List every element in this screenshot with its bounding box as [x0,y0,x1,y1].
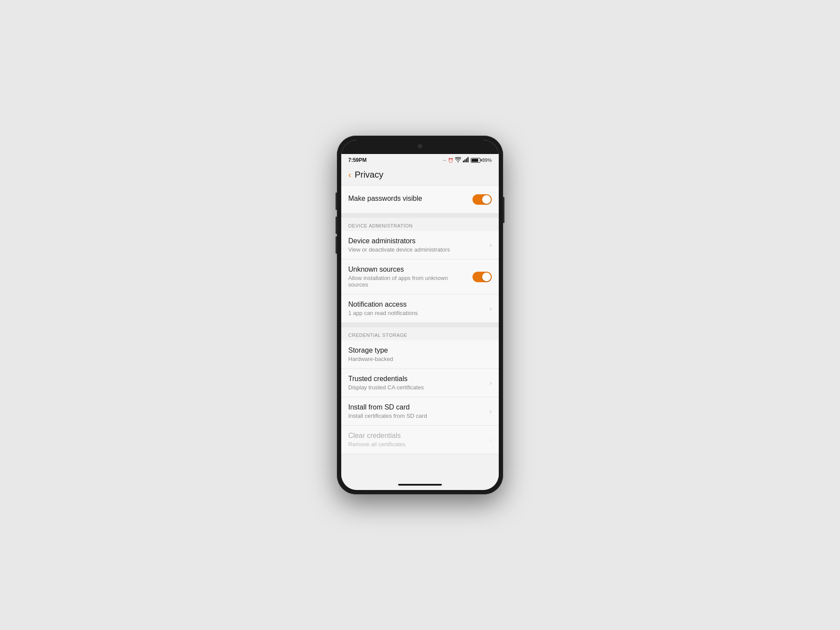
notch-bar [341,140,499,154]
divider-1 [341,214,499,218]
device-admin-header: DEVICE ADMINISTRATION [341,218,499,231]
battery-icon [471,158,480,163]
notification-access-subtitle: 1 app can read notifications [348,310,486,316]
trusted-credentials-subtitle: Display trusted CA certificates [348,384,486,391]
clear-credentials-subtitle: Remove all certificates [348,441,486,448]
bottom-bar [341,480,499,490]
toggle-knob [482,195,491,204]
back-button[interactable]: ‹ [348,170,351,180]
make-passwords-toggle[interactable] [472,194,492,205]
status-time: 7:59PM [348,157,367,163]
trusted-credentials-item[interactable]: Trusted credentials Display trusted CA c… [341,369,499,397]
toggle-knob-2 [482,273,491,281]
chevron-icon-4: › [490,408,492,415]
device-administrators-item[interactable]: Device administrators View or deactivate… [341,231,499,259]
make-passwords-title: Make passwords visible [348,195,468,203]
chevron-icon-3: › [490,379,492,386]
unknown-sources-item[interactable]: Unknown sources Allow installation of ap… [341,259,499,294]
clear-credentials-title: Clear credentials [348,432,486,440]
section-make-passwords: Make passwords visible [341,186,499,214]
trusted-credentials-title: Trusted credentials [348,375,486,383]
storage-type-subtitle: Hardware-backed [348,356,492,362]
notification-access-title: Notification access [348,301,486,308]
signal-icon [463,157,469,163]
battery-percent: 89% [482,158,492,163]
wifi-icon [455,157,461,163]
notch-cutout [394,140,446,152]
alarm-icon: ⏰ [448,158,453,163]
status-bar: 7:59PM ··· ⏰ [341,154,499,166]
device-administrators-title: Device administrators [348,237,486,245]
section-device-admin: DEVICE ADMINISTRATION Device administrat… [341,218,499,323]
section-credential-storage: CREDENTIAL STORAGE Storage type Hardware… [341,327,499,454]
chevron-icon: › [490,242,492,248]
install-sd-title: Install from SD card [348,403,486,411]
svg-rect-3 [467,157,469,162]
chevron-icon-2: › [490,305,492,312]
notification-access-item[interactable]: Notification access 1 app can read notif… [341,294,499,323]
home-indicator[interactable] [398,484,442,486]
phone-frame: 7:59PM ··· ⏰ [337,136,503,494]
make-passwords-item[interactable]: Make passwords visible [341,186,499,214]
divider-2 [341,323,499,327]
chevron-icon-5: › [490,436,492,443]
svg-rect-1 [464,160,466,163]
install-sd-item[interactable]: Install from SD card Install certificate… [341,397,499,426]
unknown-sources-toggle[interactable] [472,272,492,282]
storage-type-title: Storage type [348,346,492,354]
phone-screen: 7:59PM ··· ⏰ [341,140,499,490]
credential-storage-header: CREDENTIAL STORAGE [341,327,499,340]
unknown-sources-subtitle: Allow installation of apps from unknown … [348,275,468,288]
page-header: ‹ Privacy [341,166,499,186]
unknown-sources-title: Unknown sources [348,266,468,273]
clear-credentials-item: Clear credentials Remove all certificate… [341,426,499,454]
camera [418,144,422,148]
page-title: Privacy [355,170,384,180]
status-icons: ··· ⏰ [443,157,492,163]
storage-type-item: Storage type Hardware-backed [341,340,499,369]
notification-dots: ··· [443,158,446,163]
screen-content[interactable]: ‹ Privacy Make passwords visible DEVICE … [341,166,499,480]
svg-rect-0 [463,161,464,162]
svg-rect-2 [466,158,467,162]
device-administrators-subtitle: View or deactivate device administrators [348,246,486,253]
install-sd-subtitle: Install certificates from SD card [348,413,486,419]
